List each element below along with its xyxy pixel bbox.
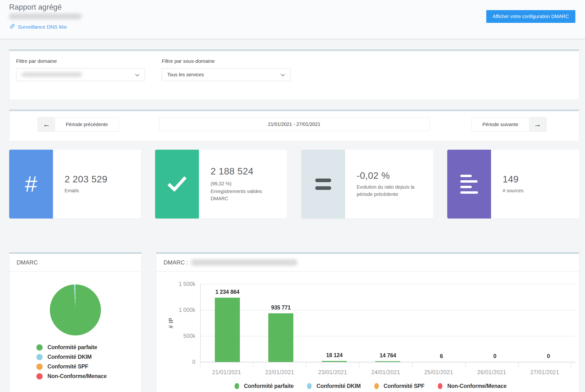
y-tick-label: 1 500k: [179, 281, 195, 287]
legend-item[interactable]: Conformité SPF: [374, 383, 425, 389]
dns-monitoring-link[interactable]: Surveillance DNS liée: [9, 23, 67, 30]
legend-item[interactable]: Conformité DKIM: [307, 383, 361, 389]
bar-column: 1 234 864: [201, 284, 254, 362]
valid-icon-panel: [155, 150, 199, 218]
bar-value-label: 14 764: [361, 352, 415, 359]
legend-label: Conformité parfaite: [244, 383, 294, 389]
next-period-button[interactable]: Période suivante →: [472, 117, 546, 132]
legend-item[interactable]: Non-Conforme/Menace: [438, 383, 506, 389]
x-tick-label: 25/01/2021: [412, 362, 465, 376]
legend-label: Conformité parfaite: [48, 344, 97, 350]
legend-item[interactable]: Conformité DKIM: [36, 354, 141, 360]
legend-item[interactable]: Conformité parfaite: [36, 344, 141, 350]
legend-item[interactable]: Conformité parfaite: [235, 383, 294, 389]
valid-percent: (99,32 %): [210, 180, 281, 187]
legend-label: Conformité SPF: [48, 363, 88, 370]
filters-card: Filtre par domaine Filtre par sous-domai…: [9, 49, 579, 100]
valid-count: 2 188 524: [210, 166, 281, 177]
redacted-domain-subtitle: [9, 14, 81, 19]
plot-area: 1 234 864935 77118 12414 764600: [200, 284, 575, 362]
redacted-domain-value: [22, 72, 82, 77]
show-dmarc-config-button[interactable]: Afficher votre configuration DMARC: [486, 10, 575, 23]
evolution-icon-panel: [301, 150, 345, 218]
bar[interactable]: [268, 313, 293, 362]
dmarc-pie-card: DMARC Conformité parfaiteConformité DKIM…: [9, 252, 142, 392]
dmarc-pie[interactable]: [50, 284, 101, 336]
bar[interactable]: [322, 361, 347, 362]
stat-body: -0,02 % Evolution du ratio depuis la pér…: [345, 150, 433, 218]
stat-card-evolution: -0,02 % Evolution du ratio depuis la pér…: [301, 150, 433, 218]
bar-card-title: DMARC :: [164, 259, 188, 266]
legend-label: Conformité SPF: [384, 383, 425, 389]
y-tick-label: 1 000k: [179, 307, 195, 313]
y-tick-label: 500k: [183, 333, 195, 339]
x-tick-label: 22/01/2021: [253, 362, 306, 376]
stat-card-sources: 149 # sources: [447, 150, 579, 218]
bar-column: 0: [522, 284, 575, 362]
previous-period-button[interactable]: ← Période précédente: [38, 117, 119, 132]
sources-count: 149: [503, 174, 573, 184]
page-header: Rapport agrégé Surveillance DNS liée Aff…: [0, 0, 585, 40]
dmarc-bar-chart: # IP 1 500k1 000k500k0 1 234 864935 7711…: [156, 272, 579, 389]
legend-dot-icon: [235, 383, 239, 389]
bars-row: 1 234 864935 77118 12414 764600: [201, 284, 575, 362]
pie-legend: Conformité parfaiteConformité DKIMConfor…: [36, 344, 141, 380]
bar-legend: Conformité parfaiteConformité DKIMConfor…: [166, 383, 575, 389]
pie-card-title: DMARC: [10, 254, 141, 272]
stat-card-valid-dmarc: 2 188 524 (99,32 %) Enregistrements vali…: [155, 150, 287, 218]
x-tick-label: 24/01/2021: [359, 362, 412, 376]
subdomain-filter-select[interactable]: Tous les services: [162, 68, 290, 81]
legend-item[interactable]: Non-Conforme/Menace: [36, 373, 141, 380]
sources-label: # sources: [503, 187, 573, 194]
date-range-input[interactable]: 21/01/2021 - 27/01/2021: [159, 117, 430, 131]
legend-label: Non-Conforme/Menace: [447, 383, 506, 389]
dmarc-bar-card: DMARC : # IP 1 500k1 000k500k0 1 234 864…: [156, 252, 579, 392]
bar[interactable]: [375, 361, 400, 362]
dns-link-label: Surveillance DNS liée: [18, 24, 67, 30]
subdomain-filter-value: Tous les services: [167, 72, 204, 78]
subdomain-filter-group: Filtre par sous-domaine Tous les service…: [162, 58, 290, 81]
sources-icon-panel: [447, 150, 491, 218]
x-tick-label: 23/01/2021: [306, 362, 359, 376]
legend-label: Conformité DKIM: [317, 383, 361, 389]
arrow-left-icon: ←: [38, 118, 55, 132]
legend-dot-icon: [36, 364, 43, 370]
domain-filter-group: Filtre par domaine: [16, 58, 145, 81]
legend-label: Non-Conforme/Menace: [48, 373, 107, 380]
y-axis-title: # IP: [166, 284, 178, 362]
bar-column: 14 764: [361, 284, 415, 362]
check-icon: [167, 176, 187, 192]
emails-label: Emails: [65, 187, 135, 194]
emails-icon-panel: #: [9, 150, 53, 218]
valid-label: Enregistrements valides DMARC: [210, 188, 281, 202]
y-tick-label: 0: [192, 359, 195, 365]
subdomain-filter-label: Filtre par sous-domaine: [162, 58, 290, 64]
x-tick-label: 27/01/2021: [518, 362, 571, 376]
legend-item[interactable]: Conformité SPF: [36, 363, 141, 370]
bar-column: 935 771: [254, 284, 308, 362]
x-axis-labels: 21/01/202122/01/202123/01/202124/01/2021…: [200, 362, 571, 376]
bar-column: 18 124: [308, 284, 361, 362]
stats-row: # 2 203 529 Emails 2 188 524 (99,32 %) E…: [9, 150, 579, 218]
bar-value-label: 935 771: [254, 304, 308, 311]
y-axis-ticks: 1 500k1 000k500k0: [178, 284, 200, 362]
stat-body: 149 # sources: [491, 150, 579, 218]
bar-column: 6: [415, 284, 468, 362]
legend-dot-icon: [307, 383, 312, 389]
domain-filter-label: Filtre par domaine: [16, 58, 145, 64]
domain-filter-select[interactable]: [16, 68, 145, 81]
chevron-down-icon: [280, 72, 285, 78]
previous-period-label: Période précédente: [55, 118, 119, 132]
x-tick-label: 21/01/2021: [200, 362, 253, 376]
bar-card-header: DMARC :: [156, 254, 579, 272]
bar[interactable]: [215, 298, 240, 362]
stat-body: 2 188 524 (99,32 %) Enregistrements vali…: [199, 150, 287, 218]
list-icon: [460, 175, 478, 194]
legend-dot-icon: [374, 383, 379, 389]
stat-body: 2 203 529 Emails: [53, 150, 141, 218]
equals-icon: [315, 178, 331, 190]
hash-icon: #: [25, 172, 37, 197]
bar-column: 0: [468, 284, 522, 362]
evolution-label: Evolution du ratio depuis la période pré…: [357, 183, 427, 198]
legend-label: Conformité DKIM: [48, 354, 92, 360]
